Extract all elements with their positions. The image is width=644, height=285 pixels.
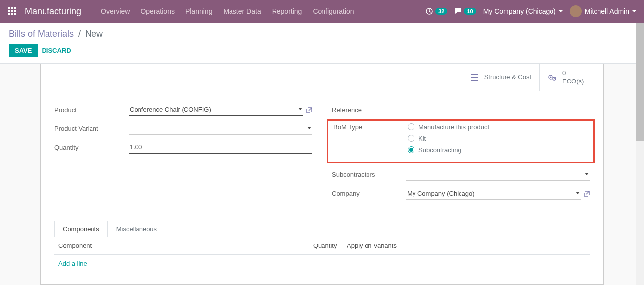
radio-label: Kit <box>418 135 426 142</box>
structure-cost-label: Structure & Cost <box>484 73 531 81</box>
company-label: Company <box>332 190 406 197</box>
subcontractors-label: Subcontractors <box>332 171 406 178</box>
tab-components[interactable]: Components <box>54 221 108 237</box>
control-panel: Bills of Materials / New SAVE DISCARD <box>0 23 644 64</box>
radio-kit[interactable]: Kit <box>408 135 588 142</box>
apps-grid-icon[interactable] <box>8 7 16 15</box>
variant-label: Product Variant <box>54 125 129 132</box>
top-navbar: Manufacturing Overview Operations Planni… <box>0 0 644 23</box>
form-columns: Product Product Variant <box>54 103 590 205</box>
left-column: Product Product Variant <box>54 103 312 205</box>
external-link-icon[interactable] <box>306 107 312 113</box>
vertical-scrollbar[interactable] <box>636 23 644 285</box>
quantity-input[interactable] <box>129 141 312 154</box>
structure-cost-button[interactable]: Structure & Cost <box>462 64 539 91</box>
company-selector[interactable]: My Company (Chicago) <box>483 7 563 15</box>
form-body: Product Product Variant <box>41 91 603 284</box>
nav-operations[interactable]: Operations <box>140 7 174 15</box>
gears-icon <box>548 73 557 82</box>
table-header: Component Quantity Apply on Variants <box>54 237 590 255</box>
quantity-row: Quantity <box>54 141 312 155</box>
save-button[interactable]: SAVE <box>9 44 38 57</box>
action-buttons: SAVE DISCARD <box>9 44 635 57</box>
product-label: Product <box>54 106 129 114</box>
right-column: Reference BoM Type Manufacture this prod… <box>332 103 590 205</box>
nav-reporting[interactable]: Reporting <box>272 7 302 15</box>
quantity-label: Quantity <box>54 144 129 151</box>
discard-button[interactable]: DISCARD <box>42 47 71 54</box>
radio-manufacture[interactable]: Manufacture this product <box>408 123 588 131</box>
col-quantity: Quantity <box>313 242 347 249</box>
variant-input[interactable] <box>129 123 312 135</box>
product-input[interactable] <box>129 104 303 116</box>
content-area: Structure & Cost 0 ECO(s) Product <box>0 64 644 285</box>
radio-icon <box>408 123 414 130</box>
nav-master-data[interactable]: Master Data <box>223 7 261 15</box>
ecos-button[interactable]: 0 ECO(s) <box>539 64 603 91</box>
bom-type-label: BoM Type <box>333 123 408 131</box>
add-line-link[interactable]: Add a line <box>54 255 590 272</box>
nav-configuration[interactable]: Configuration <box>313 7 354 15</box>
ecos-count: 0 <box>562 69 566 77</box>
user-name: Mitchell Admin <box>585 7 629 15</box>
breadcrumb: Bills of Materials / New <box>9 29 635 39</box>
tab-content: Component Quantity Apply on Variants Add… <box>54 237 590 272</box>
external-link-icon[interactable] <box>584 191 590 197</box>
messages-indicator[interactable]: 10 <box>454 7 476 15</box>
scroll-thumb[interactable] <box>636 23 644 141</box>
radio-label: Subcontracting <box>418 146 461 154</box>
reference-label: Reference <box>332 106 406 114</box>
bom-type-highlight: BoM Type Manufacture this product Kit <box>327 119 595 163</box>
radio-icon-checked <box>408 146 414 153</box>
radio-icon <box>408 135 414 142</box>
radio-subcontracting[interactable]: Subcontracting <box>408 146 588 154</box>
form-sheet: Structure & Cost 0 ECO(s) Product <box>40 64 604 285</box>
activity-badge: 32 <box>435 8 447 15</box>
breadcrumb-current: New <box>85 29 103 39</box>
subcontractors-input[interactable] <box>406 169 590 181</box>
user-menu[interactable]: Mitchell Admin <box>570 5 636 17</box>
tab-bar: Components Miscellaneous <box>54 220 590 237</box>
bom-type-row: BoM Type Manufacture this product Kit <box>333 123 588 154</box>
subcontractors-row: Subcontractors <box>332 168 590 182</box>
avatar <box>570 5 582 17</box>
dropdown-caret-icon[interactable] <box>298 108 302 110</box>
messages-badge: 10 <box>464 8 476 15</box>
app-title[interactable]: Manufacturing <box>25 6 81 17</box>
product-row: Product <box>54 103 312 117</box>
tab-miscellaneous[interactable]: Miscellaneous <box>108 221 165 237</box>
nav-overview[interactable]: Overview <box>101 7 130 15</box>
breadcrumb-separator: / <box>78 29 81 39</box>
activity-indicator[interactable]: 32 <box>425 7 447 15</box>
breadcrumb-parent[interactable]: Bills of Materials <box>9 29 74 39</box>
caret-down-icon <box>632 10 636 12</box>
nav-planning[interactable]: Planning <box>185 7 213 15</box>
col-variants: Apply on Variants <box>347 242 586 249</box>
ecos-text: 0 ECO(s) <box>562 69 584 86</box>
clock-icon <box>425 7 433 15</box>
dropdown-caret-icon[interactable] <box>307 127 311 129</box>
svg-point-4 <box>554 78 555 79</box>
right-nav: 32 10 My Company (Chicago) Mitchell Admi… <box>425 5 636 17</box>
chat-icon <box>454 7 462 15</box>
dropdown-caret-icon[interactable] <box>585 173 589 175</box>
company-name: My Company (Chicago) <box>483 7 556 15</box>
caret-down-icon <box>559 10 563 12</box>
dropdown-caret-icon[interactable] <box>576 192 580 194</box>
stat-button-bar: Structure & Cost 0 ECO(s) <box>41 64 603 91</box>
company-input[interactable] <box>406 188 581 200</box>
company-row: Company <box>332 187 590 201</box>
bom-type-radios: Manufacture this product Kit Subcontract… <box>408 123 588 154</box>
list-icon <box>470 73 479 82</box>
col-component: Component <box>58 242 313 249</box>
main-nav: Overview Operations Planning Master Data… <box>101 7 425 15</box>
svg-point-2 <box>550 76 552 78</box>
ecos-label: ECO(s) <box>562 78 584 85</box>
reference-row: Reference <box>332 103 590 117</box>
radio-label: Manufacture this product <box>418 123 489 131</box>
variant-row: Product Variant <box>54 122 312 136</box>
